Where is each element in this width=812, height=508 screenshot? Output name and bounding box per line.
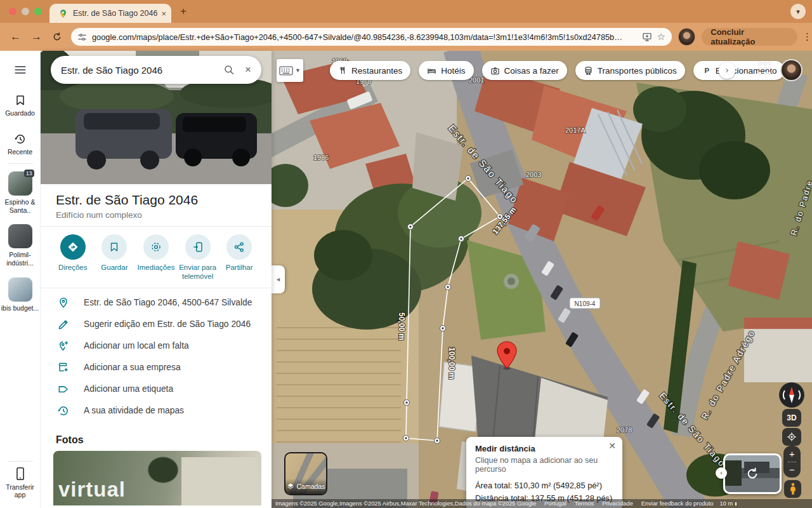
transit-icon — [584, 66, 593, 76]
install-app-icon[interactable] — [642, 32, 652, 42]
place-photo[interactable]: virtual — [53, 451, 261, 505]
place-thumbnail — [8, 277, 32, 302]
tab-strip: Estr. de São Tiago 2046 - Go × + ▾ — [0, 0, 812, 23]
pegman-control[interactable] — [784, 480, 801, 498]
window-minimize-button[interactable] — [22, 8, 29, 15]
back-button[interactable]: ← — [10, 30, 21, 43]
omnibox[interactable]: google.com/maps/place/Estr.+de+São+Tiago… — [71, 28, 672, 46]
search-icon[interactable] — [223, 64, 235, 76]
send-to-phone-button[interactable]: Enviar para telemóvel — [177, 234, 219, 281]
google-apps-grid-icon[interactable] — [757, 61, 773, 76]
detail-suggest-edit[interactable]: Sugerir edição em Estr. de São Tiago 204… — [41, 314, 272, 335]
hotel-icon — [427, 66, 436, 76]
send-to-phone-icon — [192, 241, 204, 253]
measure-label: 50,00 m — [397, 312, 406, 340]
directions-icon — [67, 241, 79, 253]
detail-add-label[interactable]: Adicionar uma etiqueta — [41, 378, 272, 400]
new-tab-button[interactable]: + — [180, 5, 187, 18]
place-panel: Estr. de São Tiago 2046 × Estr. de São T… — [41, 51, 272, 508]
detail-address[interactable]: Estr. de São Tiago 2046, 4500-647 Silval… — [41, 292, 272, 314]
bookmark-star-icon[interactable]: ☆ — [657, 31, 665, 43]
map-attribution-bar: Imagens ©2025 Google,Imagens ©2025 Airbu… — [272, 499, 812, 508]
feedback-link[interactable]: Enviar feedback do produto — [641, 500, 714, 507]
layers-icon — [287, 483, 294, 490]
browser-menu-icon[interactable]: ⋮ — [802, 31, 812, 43]
chip-restaurants[interactable]: Restaurantes — [330, 61, 410, 80]
photo-carousel-prev-button[interactable]: ‹ — [716, 467, 727, 479]
3d-toggle-button[interactable]: 3D — [782, 409, 801, 427]
chevron-down-icon[interactable]: ▼ — [295, 67, 301, 74]
house-number: 2003 — [526, 171, 541, 178]
search-clear-icon[interactable]: × — [245, 64, 251, 76]
browser-tab[interactable]: Estr. de São Tiago 2046 - Go × — [49, 4, 171, 23]
avatar[interactable] — [678, 28, 695, 46]
map-canvas[interactable]: N109-4 Estr. de São Tiago R. do Padre Ad… — [272, 51, 812, 508]
maps-mini-sidebar: Guardado Recente 13 Espinho & Santa.. Po… — [0, 51, 41, 508]
detail-add-business[interactable]: Adicionar a sua empresa — [41, 357, 272, 378]
search-input[interactable]: Estr. de São Tiago 2046 — [61, 65, 223, 76]
share-icon — [233, 241, 245, 253]
divider — [8, 163, 33, 164]
measure-total-area: Área total: 510,30 m² (5492,85 pé²) — [475, 481, 613, 490]
site-settings-icon[interactable] — [77, 32, 87, 42]
terms-link[interactable]: Termos — [575, 500, 594, 507]
detail-add-missing-place[interactable]: Adicionar um local em falta — [41, 335, 272, 357]
label-tag-icon — [57, 383, 70, 396]
nearby-button[interactable]: Imediações — [135, 234, 177, 281]
download-app-button[interactable]: Transferir app — [0, 467, 41, 499]
close-icon[interactable]: ✕ — [608, 441, 616, 451]
rotate-360-icon — [745, 467, 759, 481]
input-tools-button[interactable]: ▼ — [277, 59, 303, 82]
privacy-link[interactable]: Privacidade — [602, 500, 633, 507]
place-subtitle: Edifício num complexo — [56, 210, 256, 220]
chip-things-to-do[interactable]: Coisas a fazer — [482, 61, 567, 80]
sidebar-item-recent[interactable]: Recente — [0, 133, 41, 156]
window-zoom-button[interactable] — [34, 8, 42, 15]
reload-button[interactable] — [52, 32, 62, 42]
recent-place-polimil[interactable]: Polimil-indústri... — [0, 224, 41, 267]
sidebar-item-saved[interactable]: Guardado — [0, 94, 41, 117]
directions-button[interactable]: Direções — [52, 234, 94, 281]
place-actions: Direções Guardar Imediações — [41, 226, 272, 288]
tab-search-icon[interactable]: ▾ — [790, 4, 806, 19]
photo-watermark: virtual — [58, 478, 126, 502]
panel-collapse-button[interactable]: ◄ — [272, 265, 285, 293]
detail-maps-activity[interactable]: A sua atividade de mapas — [41, 400, 272, 422]
svg-text:N109-4: N109-4 — [575, 300, 596, 307]
house-number: 2078 — [617, 426, 632, 434]
zoom-in-button[interactable]: + — [789, 446, 795, 462]
region-label: Portugal — [544, 500, 566, 507]
chips-scroll-right-button[interactable]: › — [719, 62, 735, 79]
window-close-button[interactable] — [9, 8, 16, 15]
forward-button[interactable]: → — [31, 30, 42, 43]
search-box[interactable]: Estr. de São Tiago 2046 × — [51, 56, 261, 84]
layers-button[interactable]: Camadas — [284, 452, 327, 495]
recent-place-espinho[interactable]: 13 Espinho & Santa.. — [0, 171, 41, 214]
account-avatar[interactable] — [780, 59, 802, 81]
browser-toolbar: ← → google.com/maps/place/Estr.+de+São+T… — [0, 23, 812, 51]
my-location-button[interactable] — [782, 428, 801, 446]
browser-chrome: Estr. de São Tiago 2046 - Go × + ▾ ← → g… — [0, 0, 812, 51]
compass-control[interactable] — [779, 382, 804, 408]
measure-label: 100,00 m — [447, 347, 456, 380]
measure-card-hint: Clique no mapa a adicionar ao seu percur… — [475, 456, 613, 474]
bookmark-icon — [108, 241, 120, 253]
chip-public-transport[interactable]: Transportes públicos — [575, 61, 685, 80]
save-button[interactable]: Guardar — [94, 234, 136, 281]
main-menu-button[interactable] — [0, 65, 41, 75]
pegman-icon — [789, 483, 797, 495]
place-header: Estr. de São Tiago 2046 Edifício num com… — [41, 184, 272, 226]
nearby-icon — [150, 241, 162, 253]
tab-close-icon[interactable]: × — [161, 9, 166, 18]
add-place-icon — [57, 340, 70, 352]
street-view-thumbnail[interactable] — [723, 453, 782, 494]
place-thumbnail — [8, 224, 32, 248]
share-button[interactable]: Partilhar — [218, 234, 260, 281]
phone-icon — [15, 467, 26, 481]
chip-hotels[interactable]: Hotéis — [419, 61, 473, 80]
keyboard-icon — [279, 66, 293, 76]
finish-update-button[interactable]: Concluir atualização — [702, 28, 797, 46]
place-hero-photo[interactable]: Estr. de São Tiago 2046 × — [41, 51, 272, 184]
recent-place-ibis[interactable]: ibis budget... — [0, 277, 41, 312]
zoom-out-button[interactable]: − — [789, 462, 795, 478]
